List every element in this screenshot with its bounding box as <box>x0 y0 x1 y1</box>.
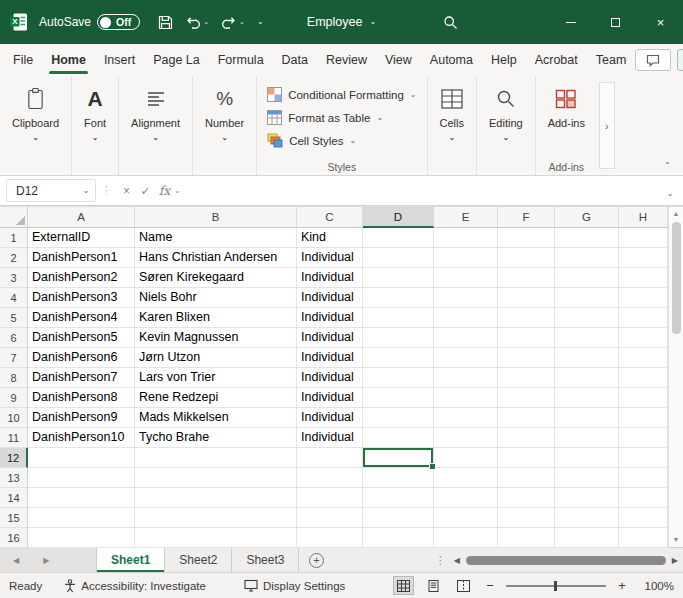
cells-button[interactable]: Cells ⌄ <box>431 81 473 159</box>
cell-B11[interactable]: Tycho Brahe <box>135 428 297 448</box>
cell-styles-button[interactable]: Cell Styles ⌄ <box>260 130 423 152</box>
menu-tab-home[interactable]: Home <box>42 44 95 76</box>
cell-B13[interactable] <box>135 468 297 488</box>
cell-A9[interactable]: DanishPerson8 <box>28 388 135 408</box>
row-header-9[interactable]: 9 <box>0 388 28 408</box>
cell-A8[interactable]: DanishPerson7 <box>28 368 135 388</box>
cell-G15[interactable] <box>555 508 619 528</box>
zoom-level[interactable]: 100% <box>638 580 674 592</box>
cell-E4[interactable] <box>434 288 498 308</box>
cell-B1[interactable]: Name <box>135 228 297 248</box>
more-addins-flyout-button[interactable]: › <box>599 82 615 169</box>
cell-C15[interactable] <box>297 508 363 528</box>
tabbar-divider-icon[interactable]: ⋮ <box>427 548 454 572</box>
cell-C7[interactable]: Individual <box>297 348 363 368</box>
cell-E16[interactable] <box>434 528 498 548</box>
cell-E13[interactable] <box>434 468 498 488</box>
cell-A16[interactable] <box>28 528 135 548</box>
close-button[interactable]: × <box>638 0 683 44</box>
minimize-button[interactable] <box>548 0 593 44</box>
row-header-8[interactable]: 8 <box>0 368 28 388</box>
zoom-out-button[interactable]: − <box>483 578 497 593</box>
status-ready[interactable]: Ready <box>9 580 42 592</box>
cell-D14[interactable] <box>363 488 434 508</box>
cell-F6[interactable] <box>498 328 555 348</box>
cell-H4[interactable] <box>619 288 668 308</box>
cell-F13[interactable] <box>498 468 555 488</box>
cell-E11[interactable] <box>434 428 498 448</box>
cell-G1[interactable] <box>555 228 619 248</box>
cell-G16[interactable] <box>555 528 619 548</box>
cell-H9[interactable] <box>619 388 668 408</box>
font-button[interactable]: A Font ⌄ <box>75 81 115 159</box>
cell-D2[interactable] <box>363 248 434 268</box>
column-header-H[interactable]: H <box>619 207 668 228</box>
cell-F9[interactable] <box>498 388 555 408</box>
cell-G11[interactable] <box>555 428 619 448</box>
formula-input[interactable] <box>181 176 657 205</box>
cell-A1[interactable]: ExternalID <box>28 228 135 248</box>
cell-G12[interactable] <box>555 448 619 468</box>
cell-G3[interactable] <box>555 268 619 288</box>
menu-tab-review[interactable]: Review <box>317 44 376 76</box>
cell-B9[interactable]: Rene Redzepi <box>135 388 297 408</box>
cell-H1[interactable] <box>619 228 668 248</box>
menu-tab-help[interactable]: Help <box>482 44 526 76</box>
cell-A15[interactable] <box>28 508 135 528</box>
menu-tab-formula[interactable]: Formula <box>209 44 273 76</box>
cell-F14[interactable] <box>498 488 555 508</box>
redo-button[interactable]: ⌄ <box>215 7 251 37</box>
cell-B10[interactable]: Mads Mikkelsen <box>135 408 297 428</box>
row-header-15[interactable]: 15 <box>0 508 28 528</box>
cell-C3[interactable]: Individual <box>297 268 363 288</box>
cell-E1[interactable] <box>434 228 498 248</box>
view-page-break-button[interactable] <box>453 576 474 595</box>
cell-G8[interactable] <box>555 368 619 388</box>
cell-A3[interactable]: DanishPerson2 <box>28 268 135 288</box>
excel-app-icon[interactable]: X <box>9 12 29 32</box>
cell-B4[interactable]: Niels Bohr <box>135 288 297 308</box>
zoom-slider-knob[interactable] <box>554 581 557 591</box>
chevron-down-icon[interactable]: ⌄ <box>239 18 245 26</box>
cell-B15[interactable] <box>135 508 297 528</box>
cell-F15[interactable] <box>498 508 555 528</box>
row-header-4[interactable]: 4 <box>0 288 28 308</box>
cell-C14[interactable] <box>297 488 363 508</box>
cell-C12[interactable] <box>297 448 363 468</box>
cell-E15[interactable] <box>434 508 498 528</box>
view-normal-button[interactable] <box>393 576 414 595</box>
new-sheet-button[interactable]: + <box>299 548 333 572</box>
search-button[interactable] <box>437 7 464 37</box>
cell-D6[interactable] <box>363 328 434 348</box>
maximize-button[interactable] <box>593 0 638 44</box>
editing-button[interactable]: Editing ⌄ <box>480 81 532 159</box>
cell-H2[interactable] <box>619 248 668 268</box>
cell-C16[interactable] <box>297 528 363 548</box>
comments-button[interactable] <box>635 49 671 71</box>
number-button[interactable]: % Number ⌄ <box>196 81 253 159</box>
column-header-D[interactable]: D <box>363 207 434 228</box>
menu-tab-acrobat[interactable]: Acrobat <box>526 44 587 76</box>
chevron-down-icon[interactable]: ⌄ <box>203 18 209 26</box>
conditional-formatting-button[interactable]: Conditional Formatting ⌄ <box>260 84 423 106</box>
cancel-entry-button[interactable]: × <box>117 184 136 198</box>
cell-E10[interactable] <box>434 408 498 428</box>
cell-F4[interactable] <box>498 288 555 308</box>
autosave-toggle[interactable]: Off <box>97 14 140 30</box>
cell-D5[interactable] <box>363 308 434 328</box>
cell-B12[interactable] <box>135 448 297 468</box>
row-header-14[interactable]: 14 <box>0 488 28 508</box>
row-header-7[interactable]: 7 <box>0 348 28 368</box>
column-header-C[interactable]: C <box>297 207 363 228</box>
cell-A6[interactable]: DanishPerson5 <box>28 328 135 348</box>
cell-G5[interactable] <box>555 308 619 328</box>
document-title[interactable]: Employee ⌄ <box>307 15 376 29</box>
cell-B14[interactable] <box>135 488 297 508</box>
cell-F7[interactable] <box>498 348 555 368</box>
menu-tab-automa[interactable]: Automa <box>421 44 482 76</box>
cell-H12[interactable] <box>619 448 668 468</box>
cell-H7[interactable] <box>619 348 668 368</box>
expand-formula-bar-button[interactable]: ⌄ <box>657 182 683 200</box>
name-box[interactable]: D12 ⌄ <box>6 179 96 202</box>
cell-D13[interactable] <box>363 468 434 488</box>
